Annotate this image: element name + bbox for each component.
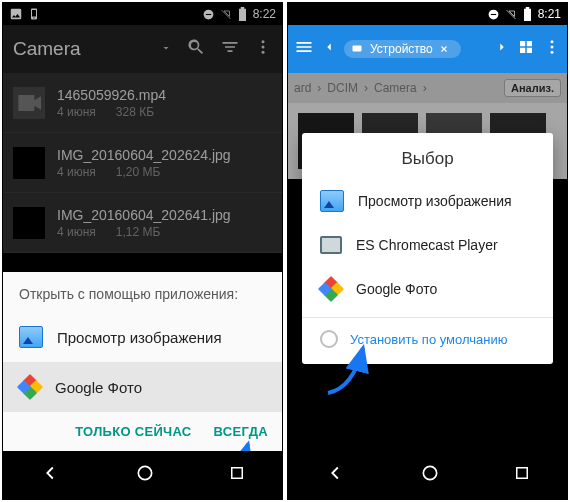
svg-point-17 (423, 466, 436, 479)
gallery-icon (19, 326, 43, 348)
chromecast-icon (320, 236, 342, 254)
google-photos-icon (320, 278, 342, 300)
svg-point-15 (551, 46, 554, 49)
set-default-row[interactable]: Установить по умолчанию (302, 318, 553, 358)
svg-point-14 (551, 40, 554, 43)
svg-rect-13 (527, 48, 532, 53)
gallery-icon (320, 190, 344, 212)
sheet-option-gallery[interactable]: Просмотр изображения (3, 312, 282, 362)
svg-rect-12 (520, 48, 525, 53)
menu-icon[interactable] (294, 37, 314, 61)
option-label: Просмотр изображения (358, 193, 512, 209)
open-with-sheet: Открыть с помощью приложения: Просмотр и… (3, 272, 282, 451)
radio-unchecked-icon[interactable] (320, 330, 338, 348)
es-toolbar: Устройство (288, 25, 567, 73)
svg-rect-10 (520, 41, 525, 46)
dialog-option-chromecast[interactable]: ES Chromecast Player (302, 223, 553, 267)
set-default-label: Установить по умолчанию (350, 332, 507, 347)
google-photos-icon (19, 376, 41, 398)
recents-button[interactable] (513, 464, 531, 486)
chevron-left-icon[interactable] (322, 40, 336, 58)
sheet-option-photos[interactable]: Google Фото (3, 362, 282, 412)
svg-rect-11 (527, 41, 532, 46)
svg-rect-9 (353, 46, 362, 52)
nav-bar (3, 451, 282, 499)
back-button[interactable] (40, 462, 62, 488)
svg-point-16 (551, 51, 554, 54)
chip-label: Устройство (370, 42, 433, 56)
dnd-icon (487, 7, 501, 21)
status-bar: 8:21 (288, 3, 567, 25)
chevron-right-icon[interactable] (495, 40, 509, 58)
option-label: Google Фото (356, 281, 437, 297)
svg-rect-6 (231, 468, 242, 479)
option-label: ES Chromecast Player (356, 237, 498, 253)
home-button[interactable] (135, 463, 155, 487)
windows-icon[interactable] (517, 38, 535, 60)
chooser-dialog: Выбор Просмотр изображения ES Chromecast… (302, 133, 553, 364)
status-time: 8:21 (538, 7, 561, 21)
more-icon[interactable] (543, 38, 561, 60)
battery-icon (521, 7, 535, 21)
dialog-title: Выбор (302, 133, 553, 179)
close-icon[interactable] (439, 44, 449, 54)
always-button[interactable]: ВСЕГДА (214, 424, 268, 439)
svg-rect-18 (516, 468, 527, 479)
svg-point-5 (138, 466, 151, 479)
option-label: Google Фото (55, 379, 142, 396)
sheet-header: Открыть с помощью приложения: (3, 272, 282, 312)
dialog-option-photos[interactable]: Google Фото (302, 267, 553, 311)
option-label: Просмотр изображения (57, 329, 222, 346)
just-once-button[interactable]: ТОЛЬКО СЕЙЧАС (75, 424, 191, 439)
no-sim-icon (504, 7, 518, 21)
home-button[interactable] (420, 463, 440, 487)
dialog-option-gallery[interactable]: Просмотр изображения (302, 179, 553, 223)
svg-rect-8 (491, 13, 496, 14)
recents-button[interactable] (228, 464, 246, 486)
nav-bar (288, 451, 567, 499)
device-chip[interactable]: Устройство (344, 40, 461, 58)
back-button[interactable] (325, 462, 347, 488)
